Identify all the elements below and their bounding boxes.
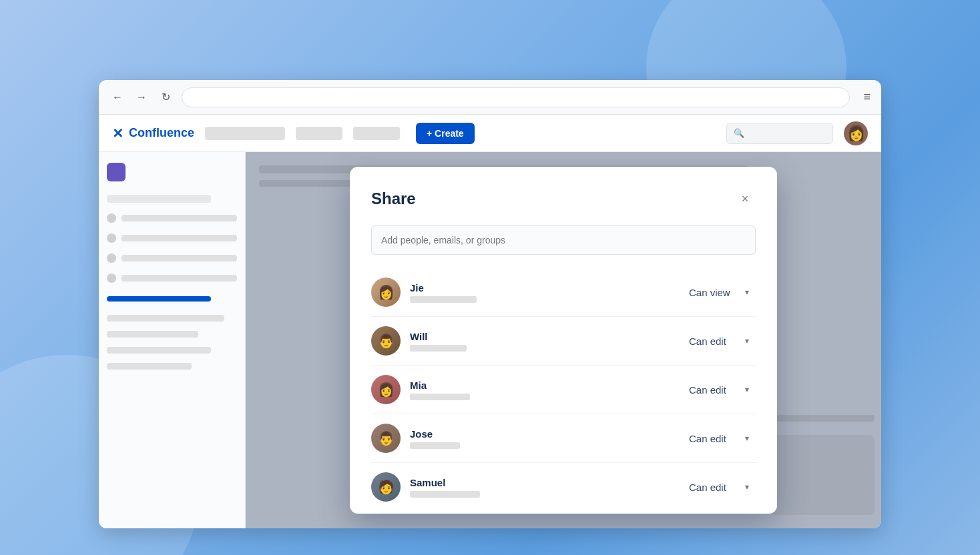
person-info-jie: Jie — [410, 282, 673, 303]
person-row-mia: 👩 Mia Can edit ▾ — [371, 366, 756, 414]
avatar-jie-image: 👩 — [378, 284, 395, 300]
avatar-jose-image: 👨 — [378, 430, 395, 446]
create-button[interactable]: + Create — [416, 123, 475, 144]
person-name-jie: Jie — [410, 282, 673, 294]
browser-window: ← → ↻ ≡ ✕ Confluence + Create 🔍 👩 — [99, 80, 881, 528]
sidebar-progress-bar — [107, 296, 211, 302]
permission-label-will: Can edit — [689, 336, 726, 347]
sidebar-item-4[interactable] — [107, 271, 237, 286]
forward-button[interactable]: → — [134, 89, 150, 105]
user-avatar[interactable]: 👩 — [844, 121, 868, 145]
person-subtitle-mia — [410, 394, 470, 400]
permission-dropdown-samuel[interactable]: Can edit ▾ — [682, 478, 756, 497]
person-subtitle-samuel — [410, 491, 480, 498]
app-header: ✕ Confluence + Create 🔍 👩 — [99, 115, 881, 152]
sidebar-content-line-1 — [107, 315, 224, 322]
nav-item-2[interactable] — [296, 127, 342, 140]
person-info-samuel: Samuel — [410, 477, 673, 498]
permission-dropdown-will[interactable]: Can edit ▾ — [682, 332, 756, 351]
chevron-down-icon-jie: ▾ — [745, 288, 749, 297]
nav-item-1[interactable] — [205, 127, 285, 140]
person-row-jose: 👨 Jose Can edit ▾ — [371, 414, 756, 463]
sidebar-dot-2 — [107, 233, 116, 243]
close-button[interactable]: × — [734, 188, 756, 209]
person-name-will: Will — [410, 331, 673, 342]
chevron-down-icon-samuel: ▾ — [745, 482, 749, 492]
person-row-will: 👨 Will Can edit ▾ — [371, 317, 756, 366]
sidebar-dot-4 — [107, 273, 116, 283]
refresh-button[interactable]: ↻ — [158, 89, 174, 105]
back-button[interactable]: ← — [109, 89, 126, 105]
person-subtitle-jose — [410, 442, 460, 449]
avatar-mia-image: 👩 — [378, 382, 395, 398]
person-name-samuel: Samuel — [410, 477, 673, 488]
person-info-will: Will — [410, 331, 673, 352]
permission-dropdown-jose[interactable]: Can edit ▾ — [682, 429, 756, 448]
url-bar[interactable] — [182, 87, 850, 107]
sidebar-content-line-2 — [107, 331, 198, 338]
chevron-down-icon-will: ▾ — [745, 336, 749, 346]
permission-label-jose: Can edit — [689, 433, 726, 444]
avatar-image: 👩 — [847, 125, 865, 142]
sidebar-item-3[interactable] — [107, 251, 237, 265]
sidebar-label-1 — [121, 215, 237, 221]
confluence-x-icon: ✕ — [112, 125, 124, 141]
person-row-samuel: 🧑 Samuel Can edit ▾ — [371, 463, 756, 511]
confluence-logo-text: Confluence — [129, 126, 194, 140]
permission-label-samuel: Can edit — [689, 482, 726, 493]
avatar-mia: 👩 — [371, 375, 401, 404]
chevron-down-icon-jose: ▾ — [745, 434, 749, 443]
sidebar-active-item[interactable] — [107, 163, 126, 181]
share-input[interactable] — [371, 225, 756, 255]
app-body: Share × 👩 Jie — [99, 152, 881, 528]
person-subtitle-jie — [410, 296, 477, 303]
avatar-samuel: 🧑 — [371, 472, 401, 502]
main-content: Share × 👩 Jie — [246, 152, 881, 528]
permission-label-jie: Can view — [689, 287, 730, 298]
permission-dropdown-mia[interactable]: Can edit ▾ — [682, 380, 756, 400]
person-info-jose: Jose — [410, 428, 673, 449]
avatar-jose: 👨 — [371, 424, 401, 453]
search-icon: 🔍 — [734, 128, 744, 138]
sidebar-label-4 — [121, 275, 237, 282]
sidebar-text-1 — [107, 195, 211, 203]
people-list: 👩 Jie Can view ▾ — [371, 268, 756, 511]
browser-toolbar: ← → ↻ ≡ — [99, 80, 881, 115]
avatar-will: 👨 — [371, 326, 401, 356]
permission-label-mia: Can edit — [689, 384, 726, 396]
sidebar-label-2 — [121, 235, 237, 241]
sidebar — [99, 152, 246, 528]
person-name-jose: Jose — [410, 428, 673, 440]
sidebar-dot-1 — [107, 213, 116, 223]
sidebar-item-1[interactable] — [107, 211, 237, 225]
modal-title: Share — [371, 189, 416, 208]
sidebar-content-line-4 — [107, 363, 192, 370]
modal-header: Share × — [371, 188, 756, 209]
browser-menu-icon[interactable]: ≡ — [863, 90, 871, 104]
modal-overlay: Share × 👩 Jie — [246, 152, 881, 528]
avatar-will-image: 👨 — [378, 333, 395, 349]
sidebar-dot-3 — [107, 253, 116, 263]
confluence-logo[interactable]: ✕ Confluence — [112, 125, 194, 141]
permission-dropdown-jie[interactable]: Can view ▾ — [682, 283, 756, 302]
avatar-jie: 👩 — [371, 278, 401, 307]
sidebar-content-line-3 — [107, 347, 211, 354]
chevron-down-icon-mia: ▾ — [745, 385, 749, 394]
sidebar-label-3 — [121, 255, 237, 261]
person-subtitle-will — [410, 345, 467, 352]
avatar-samuel-image: 🧑 — [378, 479, 395, 495]
sidebar-item-2[interactable] — [107, 231, 237, 245]
search-bar[interactable]: 🔍 — [726, 123, 833, 144]
share-modal: Share × 👩 Jie — [350, 167, 777, 514]
person-name-mia: Mia — [410, 380, 673, 391]
person-row-jie: 👩 Jie Can view ▾ — [371, 268, 756, 317]
nav-item-3[interactable] — [353, 127, 400, 140]
person-info-mia: Mia — [410, 380, 673, 400]
